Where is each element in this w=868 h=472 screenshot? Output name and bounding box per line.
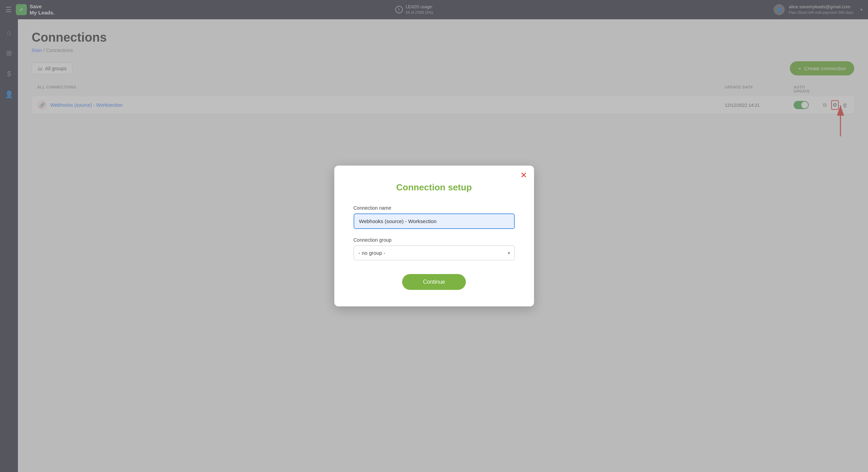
modal-overlay: ✕ Connection setup Connection name Conne… (0, 0, 868, 472)
connection-setup-modal: ✕ Connection setup Connection name Conne… (334, 166, 534, 306)
modal-footer: Continue (354, 274, 515, 290)
modal-title: Connection setup (354, 182, 515, 193)
connection-group-select-wrapper: - no group - Group 1 Group 2 ▾ (354, 245, 515, 260)
close-icon[interactable]: ✕ (520, 171, 527, 179)
connection-group-select[interactable]: - no group - Group 1 Group 2 (354, 245, 515, 260)
connection-name-input[interactable] (354, 213, 515, 229)
connection-group-group: Connection group - no group - Group 1 Gr… (354, 237, 515, 260)
connection-name-group: Connection name (354, 205, 515, 229)
connection-name-label: Connection name (354, 205, 515, 211)
continue-button[interactable]: Continue (402, 274, 466, 290)
connection-group-label: Connection group (354, 237, 515, 243)
